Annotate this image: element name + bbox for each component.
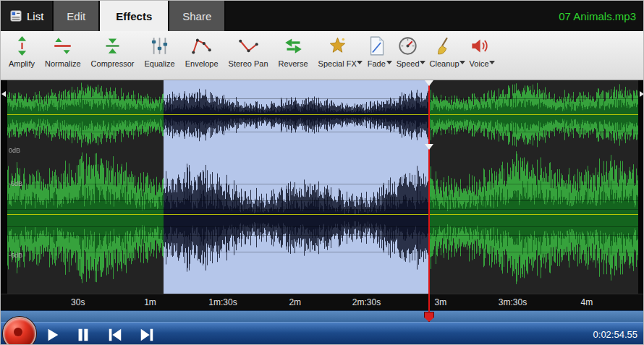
tool-label: Voice bbox=[470, 59, 489, 68]
tool-label: Compressor bbox=[91, 59, 135, 68]
tool-speed[interactable]: Speed bbox=[391, 31, 425, 69]
tab-edit[interactable]: Edit bbox=[54, 1, 100, 31]
tool-amplify[interactable]: Amplify bbox=[4, 31, 40, 69]
effects-toolbar: Amplify Normalize Compressor Equalize En… bbox=[1, 31, 643, 80]
tool-normalize[interactable]: Normalize bbox=[40, 31, 86, 69]
skip-to-start-button[interactable] bbox=[105, 327, 125, 343]
waveform-area: 0dB-6dB-6dB bbox=[1, 80, 644, 294]
transport-bar: 0:02:54.55 bbox=[1, 322, 643, 345]
tool-stereo-pan[interactable]: Stereo Pan bbox=[224, 31, 274, 69]
tool-label: Cleanup bbox=[430, 59, 459, 68]
selection-handle-mid[interactable] bbox=[425, 144, 433, 150]
pause-button[interactable] bbox=[73, 327, 93, 343]
record-button[interactable] bbox=[3, 317, 36, 345]
scroll-right-strip[interactable] bbox=[638, 80, 644, 294]
scroll-left-icon bbox=[1, 91, 6, 97]
time-display: 0:02:54.55 bbox=[593, 323, 637, 345]
reverse-icon bbox=[284, 36, 303, 56]
skip-to-end-button[interactable] bbox=[137, 327, 157, 343]
tool-label: Stereo Pan bbox=[229, 59, 268, 68]
tool-label: Speed bbox=[397, 59, 420, 68]
timeline-label: 1m bbox=[144, 297, 156, 307]
tool-cleanup[interactable]: Cleanup bbox=[425, 31, 465, 69]
normalize-icon bbox=[53, 36, 72, 56]
timeline-ruler[interactable]: 30s1m1m:30s2m2m:30s3m3m:30s4m bbox=[1, 294, 643, 310]
seek-bar[interactable] bbox=[1, 310, 643, 322]
compressor-icon bbox=[103, 36, 122, 56]
timeline-label: 2m bbox=[289, 297, 301, 307]
cleanup-icon bbox=[435, 36, 454, 56]
waveform-canvas[interactable] bbox=[1, 80, 644, 294]
play-button[interactable] bbox=[43, 327, 63, 343]
tab-list[interactable]: List bbox=[1, 1, 54, 31]
timeline-label: 3m:30s bbox=[499, 297, 527, 307]
playhead-marker[interactable] bbox=[424, 312, 434, 322]
open-file-name: 07 Animals.mp3 bbox=[559, 10, 643, 22]
tool-fade[interactable]: Fade bbox=[362, 31, 391, 69]
tool-equalize[interactable]: Equalize bbox=[139, 31, 179, 69]
selection-handle-top[interactable] bbox=[425, 80, 433, 86]
scroll-right-icon bbox=[640, 91, 644, 97]
amplify-icon bbox=[12, 36, 32, 56]
db-scale-label: -6dB bbox=[9, 252, 22, 259]
pause-icon bbox=[73, 327, 93, 343]
tool-envelope[interactable]: Envelope bbox=[180, 31, 224, 69]
equalize-icon bbox=[150, 36, 169, 56]
tab-label: List bbox=[27, 10, 43, 22]
scroll-left-strip[interactable] bbox=[1, 80, 7, 294]
timeline-label: 30s bbox=[71, 297, 85, 307]
stereo-pan-icon bbox=[239, 36, 258, 56]
tool-label: Envelope bbox=[185, 59, 219, 68]
tab-share[interactable]: Share bbox=[169, 1, 226, 31]
dropdown-arrow-icon bbox=[489, 61, 495, 64]
selection-cursor[interactable] bbox=[428, 80, 430, 322]
list-icon bbox=[9, 9, 22, 22]
skip-to-end-icon bbox=[137, 327, 157, 343]
wavepad-app: List Edit Effects Share 07 Animals.mp3 A… bbox=[0, 0, 644, 345]
fade-icon bbox=[367, 36, 386, 56]
tool-label: Fade bbox=[368, 59, 386, 68]
record-dot-icon bbox=[14, 328, 22, 336]
tool-voice[interactable]: Voice bbox=[465, 31, 494, 69]
timeline-label: 2m:30s bbox=[352, 297, 381, 307]
tab-label: Edit bbox=[67, 10, 85, 22]
tool-reverse[interactable]: Reverse bbox=[274, 31, 313, 69]
skip-to-start-icon bbox=[105, 327, 125, 343]
tool-label: Normalize bbox=[45, 59, 81, 68]
tab-label: Share bbox=[182, 10, 211, 22]
db-scale-label: -6dB bbox=[9, 180, 22, 187]
special-fx-icon bbox=[328, 36, 347, 56]
timeline-label: 3m bbox=[435, 297, 447, 307]
tool-label: Equalize bbox=[144, 59, 174, 68]
tool-compressor[interactable]: Compressor bbox=[86, 31, 140, 69]
speed-icon bbox=[398, 36, 418, 56]
play-icon bbox=[43, 327, 63, 343]
voice-icon bbox=[470, 36, 489, 56]
tool-special-fx[interactable]: Special FX bbox=[313, 31, 362, 69]
tab-bar: List Edit Effects Share 07 Animals.mp3 bbox=[1, 1, 643, 31]
timeline-label: 1m:30s bbox=[208, 297, 237, 307]
timeline-label: 4m bbox=[581, 297, 593, 307]
db-scale-label: 0dB bbox=[9, 147, 20, 154]
tab-label: Effects bbox=[116, 10, 152, 22]
tab-effects[interactable]: Effects bbox=[100, 1, 169, 31]
tool-label: Special FX bbox=[318, 59, 357, 68]
tool-label: Reverse bbox=[279, 59, 308, 68]
tool-label: Amplify bbox=[9, 59, 35, 68]
envelope-icon bbox=[192, 36, 211, 56]
